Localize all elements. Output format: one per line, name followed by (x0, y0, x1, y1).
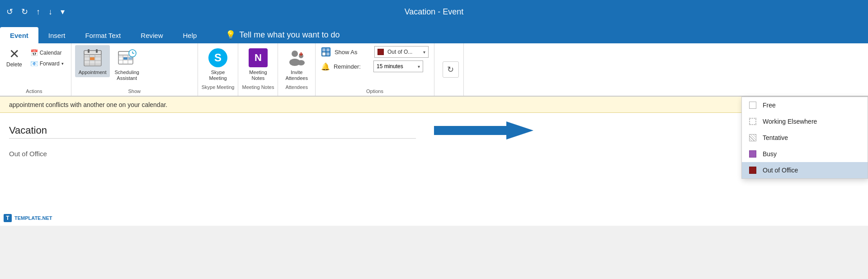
showas-section: Show As Out of O... ▾ 🔔 Reminder: 15 min… (316, 43, 434, 96)
reminder-dropdown-arrow: ▾ (418, 64, 420, 69)
ribbon: ✕ Delete 📅 Calendar 📧 Forward ▾ Actions (0, 43, 868, 97)
svg-rect-29 (326, 48, 330, 51)
showas-dropdown-arrow: ▾ (423, 50, 425, 55)
busy-label: Busy (763, 150, 777, 158)
lightbulb-icon: 💡 (226, 30, 236, 40)
menu-item-tentative[interactable]: Tentative (742, 130, 868, 146)
meeting-notes-section: N MeetingNotes Meeting Notes (238, 43, 278, 96)
working-elsewhere-color-icon (749, 118, 756, 125)
meeting-notes-label: MeetingNotes (249, 70, 267, 81)
appointment-icon (82, 47, 104, 69)
working-elsewhere-label: Working Elsewhere (763, 118, 817, 125)
showas-dropdown-menu: Free Working Elsewhere Tentative Busy Ou… (741, 97, 868, 179)
calendar-button[interactable]: 📅 Calendar (29, 49, 65, 57)
ribbon-tab-bar: Event Insert Format Text Review Help 💡 T… (0, 23, 868, 43)
menu-item-out-of-office[interactable]: Out of Office (742, 162, 868, 178)
tell-me-text: Tell me what you want to do (239, 30, 340, 40)
scheduling-assistant-button[interactable]: SchedulingAssistant (111, 45, 142, 83)
tab-review[interactable]: Review (131, 27, 173, 43)
refresh-icon: ↻ (447, 65, 454, 74)
tab-event[interactable]: Event (0, 27, 38, 43)
show-label: Show (75, 87, 194, 96)
svg-rect-31 (326, 52, 330, 56)
watermark: T TEMPLATE.NET (4, 214, 52, 222)
appointment-button[interactable]: Appointment (75, 45, 110, 77)
svg-point-24 (297, 60, 305, 65)
refresh-button[interactable]: ↻ (443, 61, 459, 78)
svg-rect-8 (88, 49, 90, 53)
redo-icon[interactable]: ↻ (21, 7, 28, 17)
delete-icon: ✕ (9, 48, 19, 60)
skype-section: S SkypeMeeting Skype Meeting (198, 43, 239, 96)
svg-rect-7 (90, 57, 94, 60)
free-label: Free (763, 102, 776, 109)
delete-label: Delete (6, 61, 22, 68)
tentative-color-icon (749, 134, 756, 141)
content-area: Out of Office T TEMPLATE.NET (0, 113, 868, 226)
out-of-office-color-icon (749, 167, 756, 174)
reminder-dropdown[interactable]: 15 minutes ▾ (373, 60, 423, 72)
menu-item-working-elsewhere[interactable]: Working Elsewhere (742, 113, 868, 130)
free-color-icon (749, 102, 756, 109)
skype-meeting-button[interactable]: S SkypeMeeting (203, 45, 232, 83)
up-icon[interactable]: ↑ (36, 7, 40, 17)
title-bar-controls: ↺ ↻ ↑ ↓ ▾ (6, 7, 65, 17)
svg-rect-30 (322, 52, 326, 56)
tab-help[interactable]: Help (173, 27, 207, 43)
scheduling-assistant-label: SchedulingAssistant (114, 70, 139, 81)
showas-label: Show As (335, 49, 371, 56)
skype-icon: S (207, 47, 229, 69)
skype-section-label: Skype Meeting (202, 83, 235, 92)
tab-format-text[interactable]: Format Text (75, 27, 131, 43)
svg-rect-16 (123, 57, 127, 60)
undo-icon[interactable]: ↺ (6, 7, 13, 17)
attendees-section-label: Attendees (282, 83, 311, 92)
watermark-text: TEMPLATE.NET (14, 215, 52, 221)
meeting-notes-button[interactable]: N MeetingNotes (244, 45, 273, 83)
menu-item-busy[interactable]: Busy (742, 146, 868, 162)
notification-text: appointment conflicts with another one o… (9, 101, 167, 108)
delete-button[interactable]: ✕ Delete (4, 47, 25, 69)
subtitle-row: Out of Office (0, 146, 868, 161)
tell-me-box[interactable]: 💡 Tell me what you want to do (220, 26, 345, 43)
arrow-graphic (434, 119, 533, 142)
showas-row: Show As Out of O... ▾ (321, 46, 429, 58)
meeting-notes-section-label: Meeting Notes (242, 83, 274, 92)
invite-attendees-button[interactable]: InviteAttendees (282, 45, 311, 83)
customize-icon[interactable]: ▾ (61, 7, 65, 17)
attendees-section: InviteAttendees Attendees (278, 43, 316, 96)
forward-icon: 📧 (30, 60, 38, 67)
actions-label: Actions (4, 88, 65, 96)
skype-label: SkypeMeeting (209, 70, 227, 81)
reminder-row: 🔔 Reminder: 15 minutes ▾ (321, 60, 429, 72)
svg-rect-28 (322, 48, 326, 51)
calendar-label: Calendar (40, 50, 62, 56)
forward-dropdown-arrow: ▾ (61, 61, 64, 66)
svg-point-21 (292, 51, 298, 57)
show-section: Appointment (71, 43, 198, 96)
onenote-icon: N (247, 47, 269, 69)
title-bar: ↺ ↻ ↑ ↓ ▾ Vacation - Event (0, 0, 868, 23)
showas-dropdown[interactable]: Out of O... ▾ (374, 46, 429, 58)
options-label: Options (321, 88, 429, 96)
event-title-input[interactable] (9, 123, 416, 139)
forward-label: Forward (40, 60, 60, 67)
showas-icon (321, 47, 331, 57)
svg-rect-17 (128, 57, 132, 60)
tentative-label: Tentative (763, 134, 788, 141)
window-title: Vacation - Event (405, 7, 464, 17)
notification-bar: appointment conflicts with another one o… (0, 97, 868, 113)
busy-color-icon (749, 150, 756, 158)
showas-current-value: Out of O... (387, 49, 412, 55)
menu-item-free[interactable]: Free (742, 97, 868, 113)
down-icon[interactable]: ↓ (48, 7, 52, 17)
tab-insert[interactable]: Insert (38, 27, 75, 43)
reminder-label: Reminder: (334, 63, 370, 70)
reminder-icon: 🔔 (321, 62, 330, 71)
attendees-icon (286, 47, 307, 69)
svg-rect-1 (84, 51, 101, 55)
svg-rect-9 (96, 49, 98, 53)
svg-marker-32 (434, 121, 533, 140)
calendar-icon: 📅 (30, 49, 38, 56)
forward-button[interactable]: 📧 Forward ▾ (29, 60, 65, 68)
